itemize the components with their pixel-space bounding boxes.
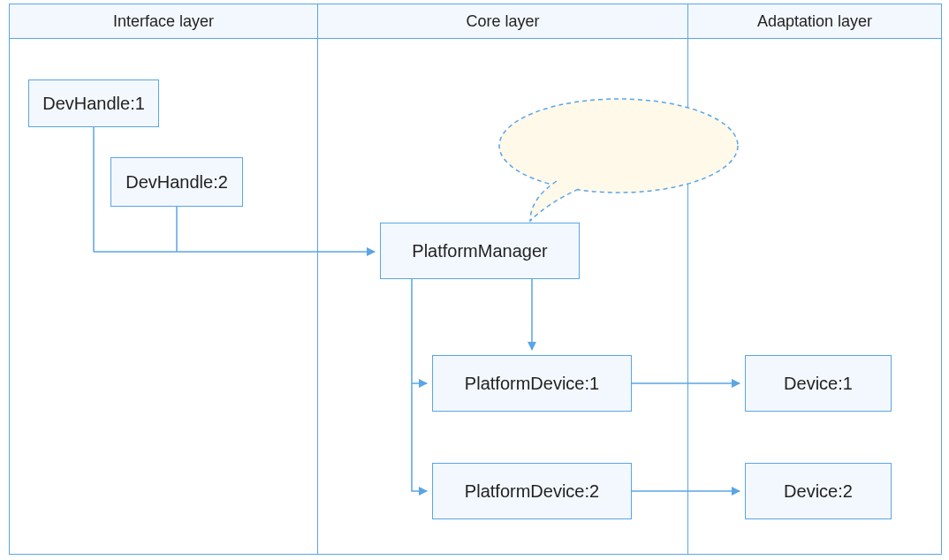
diagram-canvas: Interface layer Core layer Adaptation la… <box>0 0 949 560</box>
devhandle-2-node: DevHandle:2 <box>110 157 243 207</box>
platform-manager-node: PlatformManager <box>380 223 580 279</box>
interface-layer-header: Interface layer <box>9 4 318 39</box>
adaptation-layer-title: Adaptation layer <box>757 12 872 31</box>
adaptation-layer-header: Adaptation layer <box>687 4 942 39</box>
callout-text: PlatformManager does not need to impleme… <box>521 132 716 166</box>
interface-layer-title: Interface layer <box>113 12 214 31</box>
devhandle-1-label: DevHandle:1 <box>42 94 145 114</box>
core-layer-title: Core layer <box>466 12 539 31</box>
core-layer-header: Core layer <box>317 4 688 39</box>
callout-line2: implement IDeviceIoService. <box>540 150 696 164</box>
device-1-node: Device:1 <box>745 355 892 412</box>
callout-line1: PlatformManager does not need to <box>523 133 714 148</box>
device-1-label: Device:1 <box>784 374 853 394</box>
devhandle-2-label: DevHandle:2 <box>125 172 228 193</box>
platform-device-2-label: PlatformDevice:2 <box>465 481 599 502</box>
platform-device-1-node: PlatformDevice:1 <box>432 355 632 412</box>
devhandle-1-node: DevHandle:1 <box>28 79 159 127</box>
platform-device-2-node: PlatformDevice:2 <box>432 463 632 519</box>
device-2-label: Device:2 <box>784 481 853 502</box>
platform-device-1-label: PlatformDevice:1 <box>465 374 599 394</box>
platform-manager-label: PlatformManager <box>412 241 547 261</box>
device-2-node: Device:2 <box>745 463 892 519</box>
